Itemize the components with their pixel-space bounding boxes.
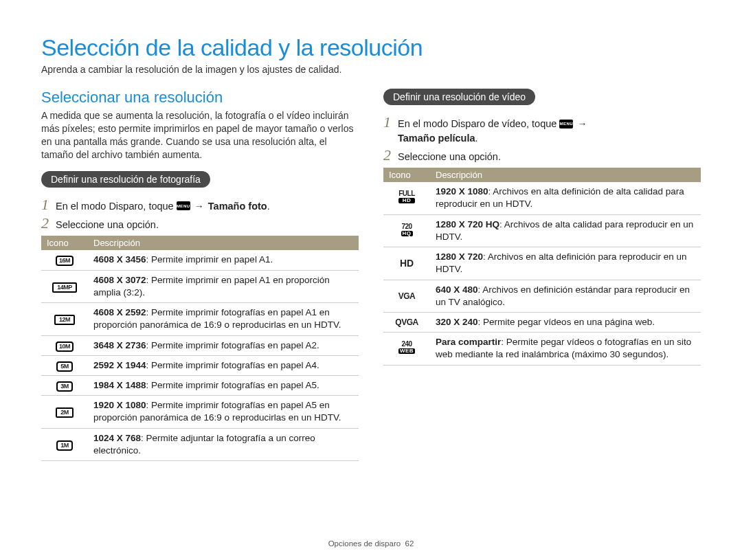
res-size: 3648 X 2736 — [93, 340, 146, 350]
res-desc-cell: 320 X 240: Permite pegar vídeos en una p… — [430, 312, 701, 332]
resolution-icon: 1M — [56, 440, 73, 451]
table-row: 720HQ1280 X 720 HQ: Archivos de alta cal… — [383, 214, 701, 247]
step-bold: Tamaño foto — [208, 201, 267, 212]
content-columns: Seleccionar una resolución A medida que … — [41, 89, 701, 461]
res-icon-cell: 240WEB — [383, 333, 430, 365]
table-row: QVGA320 X 240: Permite pegar vídeos en u… — [383, 312, 701, 332]
resolution-icon: 16M — [56, 256, 74, 266]
video-res-icon: QVGA — [395, 317, 418, 327]
res-icon-cell: HD — [383, 247, 430, 280]
res-icon-cell: 2M — [41, 396, 88, 428]
res-icon-cell: 16M — [41, 250, 88, 270]
menu-icon: MENU — [177, 201, 190, 210]
res-size: 1280 X 720 — [436, 251, 483, 262]
video-res-icon: 720HQ — [401, 223, 413, 236]
section-intro: A medida que se aumenta la resolución, l… — [41, 109, 359, 161]
res-size: 320 X 240 — [436, 317, 478, 327]
menu-icon: MENU — [559, 120, 573, 128]
step-period: . — [267, 201, 270, 212]
res-icon-cell: QVGA — [383, 312, 430, 332]
video-res-icon: VGA — [398, 291, 416, 301]
res-desc-cell: 2592 X 1944: Permite imprimir fotografía… — [88, 355, 359, 375]
arrow-icon: → — [194, 201, 204, 212]
step-body: En el modo Disparo de vídeo, toque MENU … — [398, 115, 588, 145]
res-size: Para compartir — [436, 337, 501, 347]
res-icon-cell: 5M — [41, 355, 88, 375]
footer-page-number: 62 — [405, 539, 414, 548]
res-desc-cell: 1280 X 720 HQ: Archivos de alta calidad … — [430, 214, 701, 247]
page-intro: Aprenda a cambiar la resolución de la im… — [41, 64, 701, 75]
video-step-1: 1 En el modo Disparo de vídeo, toque MEN… — [383, 115, 701, 145]
table-row: 14MP4608 X 3072: Permite imprimir en pap… — [41, 270, 359, 302]
table-row: 10M3648 X 2736: Permite imprimir fotogra… — [41, 335, 359, 355]
res-desc: : Permite imprimir en papel A1. — [146, 254, 273, 265]
manual-page: Selección de la calidad y la resolución … — [0, 0, 742, 560]
table-row: 16M4608 X 3456: Permite imprimir en pape… — [41, 250, 359, 270]
col-header-desc: Descripción — [430, 168, 701, 182]
res-size: 1984 X 1488 — [93, 380, 146, 390]
right-column: Definir una resolución de vídeo 1 En el … — [383, 89, 701, 461]
resolution-icon: 12M — [54, 315, 75, 325]
res-desc-cell: 3648 X 2736: Permite imprimir fotografía… — [88, 335, 359, 355]
res-size: 4608 X 2592 — [93, 307, 146, 317]
table-row: 12M4608 X 2592: Permite imprimir fotogra… — [41, 303, 359, 335]
col-header-icon: Icono — [41, 236, 88, 250]
photo-step-2: 2 Seleccione una opción. — [41, 216, 359, 232]
resolution-icon: 3M — [56, 381, 73, 392]
page-footer: Opciones de disparo 62 — [0, 539, 742, 548]
res-icon-cell: VGA — [383, 280, 430, 312]
res-size: 1280 X 720 HQ — [436, 219, 499, 229]
res-icon-cell: 1M — [41, 428, 88, 460]
res-desc-cell: 1920 X 1080: Permite imprimir fotografía… — [88, 396, 359, 428]
res-size: 1920 X 1080 — [436, 186, 488, 197]
res-desc-cell: 1984 X 1488: Permite imprimir fotografía… — [88, 375, 359, 395]
section-title: Seleccionar una resolución — [41, 89, 359, 107]
step-number: 2 — [41, 216, 49, 231]
table-row: FULLHD1920 X 1080: Archivos en alta defi… — [383, 182, 701, 214]
step-number: 1 — [41, 197, 49, 212]
resolution-icon: 2M — [56, 407, 74, 418]
res-desc-cell: 4608 X 3456: Permite imprimir en papel A… — [88, 250, 359, 270]
resolution-icon: 5M — [56, 361, 73, 372]
page-title: Selección de la calidad y la resolución — [41, 34, 701, 61]
res-desc-cell: Para compartir: Permite pegar vídeos o f… — [430, 333, 701, 365]
footer-label: Opciones de disparo — [328, 539, 401, 548]
step-body: Seleccione una opción. — [56, 216, 159, 232]
left-column: Seleccionar una resolución A medida que … — [41, 89, 359, 461]
step-text: En el modo Disparo, toque — [56, 201, 177, 212]
photo-res-pill: Definir una resolución de fotografía — [41, 171, 210, 188]
res-icon-cell: 10M — [41, 335, 88, 355]
res-desc: : Permite pegar vídeos en una página web… — [478, 317, 655, 327]
res-icon-cell: 3M — [41, 375, 88, 395]
res-desc-cell: 640 X 480: Archivos en definición estánd… — [430, 280, 701, 312]
video-res-icon: HD — [400, 258, 414, 269]
video-res-table: Icono Descripción FULLHD1920 X 1080: Arc… — [383, 168, 701, 365]
res-desc-cell: 1280 X 720: Archivos en alta definición … — [430, 247, 701, 280]
res-desc-cell: 1920 X 1080: Archivos en alta definición… — [430, 182, 701, 214]
photo-res-table: Icono Descripción 16M4608 X 3456: Permit… — [41, 236, 359, 461]
res-desc-cell: 4608 X 2592: Permite imprimir fotografía… — [88, 303, 359, 335]
step-bold: Tamaño película — [398, 133, 475, 144]
res-size: 4608 X 3072 — [93, 275, 146, 285]
photo-step-1: 1 En el modo Disparo, toque MENU → Tamañ… — [41, 197, 359, 214]
table-row: VGA640 X 480: Archivos en definición est… — [383, 280, 701, 312]
video-res-icon: 240WEB — [398, 341, 415, 354]
step-number: 2 — [383, 148, 391, 163]
res-desc: : Permite imprimir fotografías en papel … — [146, 380, 319, 390]
step-period: . — [475, 133, 478, 144]
arrow-icon: → — [577, 118, 587, 129]
table-row: 1M1024 X 768: Permite adjuntar la fotogr… — [41, 428, 359, 460]
res-desc-cell: 1024 X 768: Permite adjuntar la fotograf… — [88, 428, 359, 460]
step-number: 1 — [383, 115, 391, 130]
res-icon-cell: 12M — [41, 303, 88, 335]
res-desc: : Permite imprimir fotografías en papel … — [146, 340, 319, 350]
step-body: Seleccione una opción. — [398, 148, 501, 164]
video-step-2: 2 Seleccione una opción. — [383, 148, 701, 164]
res-size: 4608 X 3456 — [93, 254, 146, 265]
step-body: En el modo Disparo, toque MENU → Tamaño … — [56, 197, 270, 214]
table-row: 5M2592 X 1944: Permite imprimir fotograf… — [41, 355, 359, 375]
resolution-icon: 14MP — [52, 282, 77, 293]
table-row: 2M1920 X 1080: Permite imprimir fotograf… — [41, 396, 359, 428]
res-size: 2592 X 1944 — [93, 360, 146, 370]
table-row: 240WEBPara compartir: Permite pegar víde… — [383, 333, 701, 365]
